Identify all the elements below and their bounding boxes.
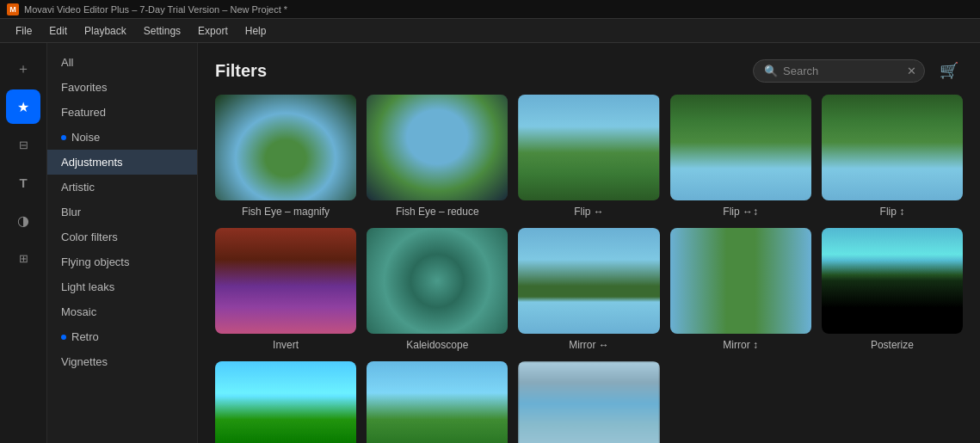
left-toolbar: ＋ ★ ⊟ T ◑ ⊞ [0,43,47,443]
search-bar: 🔍 ✕ [753,59,925,83]
sidebar-label-noise: Noise [71,131,100,144]
filter-thumb-mirror-h [518,228,659,334]
noise-dot [61,135,66,140]
title-bar: M Movavi Video Editor Plus – 7-Day Trial… [0,0,980,19]
filter-thumb-vertical-fill [518,361,659,443]
filter-card-mirror-h[interactable]: Mirror ↔ [518,228,659,351]
app-body: ＋ ★ ⊟ T ◑ ⊞ All Favorites Featured Nois [0,43,980,443]
filters-title: Filters [215,61,267,81]
filter-card-kaleidoscope[interactable]: Kaleidoscope [367,228,508,351]
sidebar-item-featured[interactable]: Featured [47,100,197,125]
filter-thumb-fisheye-reduce [367,95,508,200]
sidebar-label-blur: Blur [61,206,81,218]
color-icon: ◑ [17,212,29,229]
retro-dot [61,335,66,340]
search-icon: 🔍 [764,65,778,77]
filter-label-invert: Invert [273,339,299,351]
sidebar-item-artistic[interactable]: Artistic [47,175,197,200]
sidebar-item-color-filters[interactable]: Color filters [47,225,197,249]
filter-label-kaleidoscope: Kaleidoscope [406,339,468,351]
filter-card-flip-hv[interactable]: Flip ↔↕ [670,95,811,218]
grid-icon: ⊞ [19,252,28,265]
filter-label-fisheye-magnify: Fish Eye – magnify [242,206,330,218]
filter-thumb-fisheye-magnify [215,95,356,200]
filter-thumb-flip-hv [670,95,811,200]
filter-thumb-mirror-v [670,228,811,334]
filter-thumb-flip-h [518,95,659,200]
main-content: Filters 🔍 ✕ 🛒 Fish Eye – magnify [198,43,980,443]
sidebar-label-artistic: Artistic [61,181,95,194]
toolbar-color-button[interactable]: ◑ [6,203,40,237]
app-icon: M [7,3,19,15]
filter-thumb-flip-v [822,95,963,200]
filter-card-fisheye-magnify[interactable]: Fish Eye – magnify [215,95,356,218]
sidebar-label-retro: Retro [71,330,99,343]
filter-card-sharpen-low[interactable]: Sharpen – low [367,361,508,443]
filter-label-flip-h: Flip ↔ [574,206,604,218]
split-icon: ⊟ [19,138,28,151]
filter-card-mirror-v[interactable]: Mirror ↕ [670,228,811,351]
cart-icon: 🛒 [940,61,958,80]
sidebar-label-adjustments: Adjustments [61,156,123,169]
sidebar-item-light-leaks[interactable]: Light leaks [47,274,197,299]
toolbar-text-button[interactable]: T [6,165,40,200]
menu-export[interactable]: Export [189,23,237,39]
filter-card-flip-v[interactable]: Flip ↕ [822,95,963,218]
menu-help[interactable]: Help [237,23,275,39]
toolbar-add-button[interactable]: ＋ [6,52,40,86]
sidebar-label-light-leaks: Light leaks [61,280,114,293]
menu-settings[interactable]: Settings [135,23,189,39]
menu-playback[interactable]: Playback [76,23,135,39]
filter-label-mirror-h: Mirror ↔ [569,339,609,351]
sidebar-item-mosaic[interactable]: Mosaic [47,299,197,324]
toolbar-star-button[interactable]: ★ [6,89,40,124]
sidebar-label-favorites: Favorites [61,81,107,94]
filter-thumb-sharpen-low [367,361,508,443]
filter-grid: Fish Eye – magnify Fish Eye – reduce Fli… [198,95,980,443]
filter-thumb-invert [215,228,356,334]
sidebar-item-retro[interactable]: Retro [47,324,197,349]
sidebar-label-flying-objects: Flying objects [61,255,129,268]
sidebar-label-mosaic: Mosaic [61,305,96,318]
sidebar-label-featured: Featured [61,106,106,119]
sidebar-label-all: All [61,56,73,69]
filter-thumb-posterize [822,228,963,334]
filter-thumb-sharpen-high [215,361,356,443]
filter-card-sharpen-high[interactable]: Sharpen – high [215,361,356,443]
filter-card-flip-h[interactable]: Flip ↔ [518,95,659,218]
sidebar-item-blur[interactable]: Blur [47,200,197,225]
title-text: Movavi Video Editor Plus – 7-Day Trial V… [24,4,287,15]
filter-thumb-kaleidoscope [367,228,508,334]
star-icon: ★ [17,99,29,115]
filter-label-flip-v: Flip ↕ [880,206,905,218]
text-icon: T [19,175,27,190]
sidebar: All Favorites Featured Noise Adjustments… [47,43,198,443]
sidebar-label-color-filters: Color filters [61,231,118,243]
sidebar-item-all[interactable]: All [47,50,197,75]
filter-label-mirror-v: Mirror ↕ [723,339,758,351]
menu-file[interactable]: File [7,23,40,39]
filters-header: Filters 🔍 ✕ 🛒 [198,43,980,95]
sidebar-item-flying-objects[interactable]: Flying objects [47,249,197,274]
filter-card-fisheye-reduce[interactable]: Fish Eye – reduce [367,95,508,218]
menu-bar: File Edit Playback Settings Export Help [0,19,980,43]
sidebar-item-noise[interactable]: Noise [47,125,197,150]
sidebar-label-vignettes: Vignettes [61,355,108,368]
filter-card-posterize[interactable]: Posterize [822,228,963,351]
sidebar-item-adjustments[interactable]: Adjustments [47,150,197,175]
sidebar-item-favorites[interactable]: Favorites [47,75,197,100]
add-icon: ＋ [16,60,30,78]
filter-card-invert[interactable]: Invert [215,228,356,351]
filter-card-vertical-fill[interactable]: Vertical fill [518,361,659,443]
filter-label-posterize: Posterize [871,339,914,351]
menu-edit[interactable]: Edit [40,23,76,39]
sidebar-item-vignettes[interactable]: Vignettes [47,349,197,374]
cart-button[interactable]: 🛒 [935,57,963,84]
filter-label-flip-hv: Flip ↔↕ [723,206,758,218]
toolbar-grid-button[interactable]: ⊞ [6,241,40,275]
toolbar-split-button[interactable]: ⊟ [6,127,40,162]
search-input[interactable] [783,65,903,77]
filter-label-fisheye-reduce: Fish Eye – reduce [396,206,479,218]
search-clear-icon[interactable]: ✕ [907,65,916,77]
